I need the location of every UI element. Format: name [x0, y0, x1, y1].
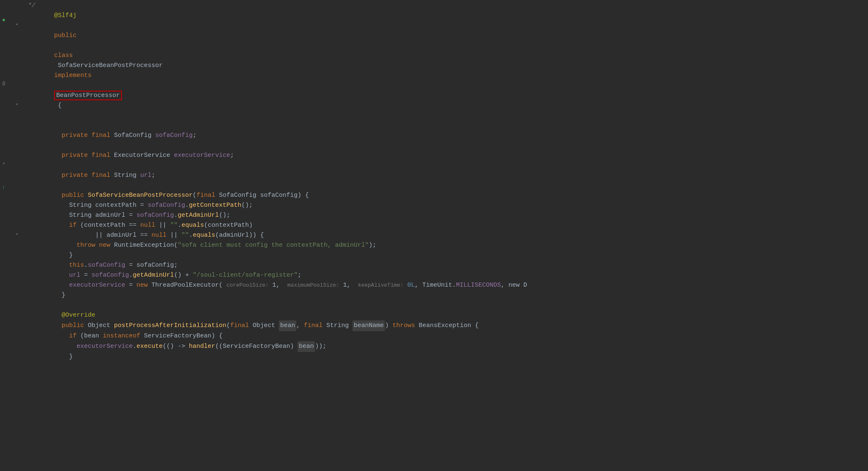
- field-sofaConfig-5: sofaConfig: [155, 131, 193, 141]
- field-executorService-20: executorService: [69, 280, 125, 290]
- kw-new-16: new: [99, 240, 110, 250]
- kw-final-5: final: [92, 131, 110, 141]
- editor: ● @ ▾: [0, 0, 868, 471]
- kw-public-11: public: [62, 191, 84, 201]
- gutter-row-21[interactable]: ▾: [0, 160, 7, 168]
- string-exception-16: "sofa client must config the contextPath…: [178, 240, 369, 250]
- kw-implements-3: implements: [54, 72, 92, 79]
- field-sofaConfig-12: sofaConfig: [148, 201, 185, 211]
- code-line-20: executorService = new ThreadPoolExecutor…: [24, 280, 868, 290]
- gutter-icon-15: [7, 140, 20, 150]
- code-line-15: || adminUrl == null || "" . equals (admi…: [24, 231, 868, 240]
- gutter-icon-9: [7, 80, 20, 90]
- code-line-4: [24, 121, 868, 131]
- kw-this-18: this: [69, 260, 84, 270]
- fold-icon-override[interactable]: ▾: [15, 231, 18, 238]
- kw-private-9: private: [62, 171, 88, 181]
- code-area: */ @Slf4j public class SofaServiceBeanPo…: [20, 0, 868, 471]
- kw-final-9: final: [92, 171, 110, 181]
- kw-private-7: private: [62, 151, 88, 161]
- code-line-22: [24, 300, 868, 310]
- field-sofaConfig-19: sofaConfig: [92, 270, 129, 280]
- code-line-12: String contextPath = sofaConfig . getCon…: [24, 201, 868, 211]
- gutter-row-5: [0, 32, 7, 40]
- gutter-row-13: [0, 96, 7, 104]
- interface-BeanPostProcessor: BeanPostProcessor: [54, 91, 122, 100]
- gutter-icon-6: [7, 50, 20, 60]
- fold-icon-21[interactable]: ▾: [2, 160, 5, 168]
- gutter-row-9: [0, 64, 7, 72]
- gutter-row-23: [0, 176, 7, 183]
- code-line-17: }: [24, 250, 868, 260]
- kw-class-3: class: [54, 52, 73, 59]
- kw-throws-24: throws: [392, 321, 415, 331]
- gutter-icon-4: [7, 30, 20, 40]
- gutter-icon-19: [7, 180, 20, 190]
- kw-final-24b: final: [304, 321, 322, 331]
- gutter-icon-14: [7, 130, 20, 140]
- kw-instanceof-25: instanceof: [103, 331, 140, 341]
- method-equals-14: equals: [181, 221, 204, 231]
- kw-public-24: public: [62, 321, 84, 331]
- gutter-row-25: [0, 192, 7, 200]
- gutter-row-19: [0, 144, 7, 151]
- code-line-21: }: [24, 290, 868, 300]
- gutter-icon-22: [7, 210, 20, 220]
- string-empty-14: "": [170, 221, 178, 231]
- kw-final-24a: final: [230, 321, 249, 331]
- gutter-row-16: [0, 120, 7, 128]
- gutter-icon-10: [7, 90, 20, 100]
- left-annotation-bar: ● @ ▾: [0, 0, 7, 471]
- gutter-icon-25: [7, 240, 20, 250]
- param-bean-26: bean: [298, 341, 315, 352]
- gutter-row-8: [0, 56, 7, 64]
- gutter-row-2: [0, 8, 7, 16]
- field-url-19: url: [69, 270, 80, 280]
- code-line-13: String adminUrl = sofaConfig . getAdminU…: [24, 211, 868, 221]
- gutter-row-15: [0, 112, 7, 120]
- kw-null-14: null: [140, 221, 155, 231]
- gutter-row-7: [0, 48, 7, 56]
- overridden-icon-24: ↑: [2, 183, 5, 192]
- gutter-icon-16: [7, 150, 20, 160]
- gutter-row-18: [0, 136, 7, 144]
- kw-if-25: if: [69, 331, 77, 341]
- fold-icon-constructor[interactable]: ▾: [15, 101, 18, 109]
- line-3-content: public class SofaServiceBeanPostProcesso…: [24, 21, 166, 121]
- param-beanName-highlight: beanName: [352, 320, 385, 331]
- method-constructor: SofaServiceBeanPostProcessor: [88, 191, 193, 201]
- code-line-23: @Override: [24, 310, 868, 320]
- gutter-icon-11: ▾: [7, 100, 20, 110]
- code-line-11: public SofaServiceBeanPostProcessor ( fi…: [24, 191, 868, 201]
- gutter-row-6: [0, 40, 7, 48]
- code-line-27: }: [24, 352, 868, 362]
- gutter-icon-1: [7, 0, 20, 10]
- kw-private-5: private: [62, 131, 88, 141]
- field-executorService-26: executorService: [77, 342, 133, 352]
- method-execute-26: execute: [136, 342, 163, 352]
- annotation-override: @Override: [62, 310, 95, 320]
- overridden-icon-3: ●: [2, 15, 5, 25]
- gutter-row-10: [0, 72, 7, 80]
- method-postProcess: postProcessAfterInitialization: [114, 321, 226, 331]
- code-line-1: */: [24, 1, 868, 11]
- field-MILLISECONDS: MILLISECONDS: [456, 280, 501, 290]
- kw-null-15: null: [151, 231, 166, 240]
- code-line-24: public Object postProcessAfterInitializa…: [24, 320, 868, 331]
- field-url-9: url: [140, 171, 151, 181]
- code-line-26: executorService . execute (() -> handler…: [24, 341, 868, 352]
- code-line-6: [24, 141, 868, 151]
- gutter-row-14: [0, 104, 7, 112]
- gutter-icon-18: [7, 170, 20, 180]
- gutter-icon-17: [7, 160, 20, 170]
- method-getAdminUrl-19: getAdminUrl: [133, 270, 174, 280]
- gutter-icon-8: [7, 70, 20, 80]
- fold-icon-class[interactable]: ▾: [15, 21, 18, 29]
- inlay-corePoolSize: corePoolSize:: [226, 281, 268, 290]
- code-line-19: url = sofaConfig . getAdminUrl () + "/so…: [24, 270, 868, 280]
- kw-final-7: final: [92, 151, 110, 161]
- gutter-row-4: [0, 24, 7, 32]
- code-line-2: @Slf4j: [24, 11, 868, 21]
- gutter-icon-23: [7, 220, 20, 230]
- method-handler-26: handler: [189, 342, 215, 352]
